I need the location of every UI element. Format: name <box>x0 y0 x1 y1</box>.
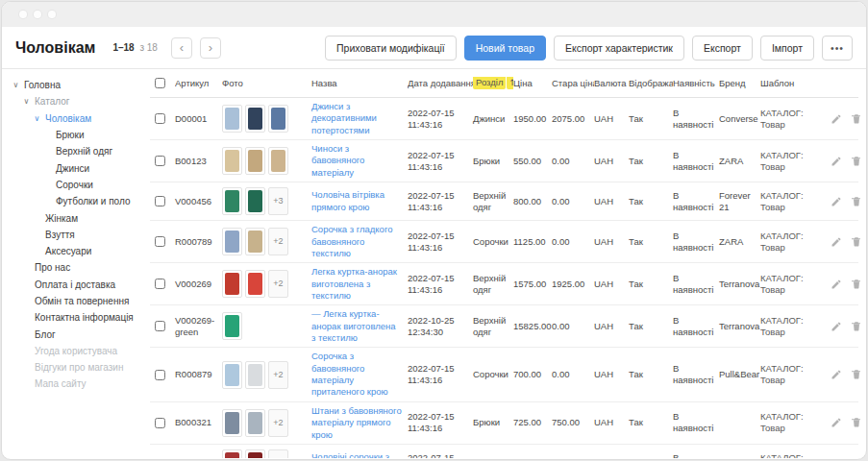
column-header-currency[interactable]: Валюта <box>594 78 629 89</box>
product-date-added: 2022-07-15 11:43:16 <box>408 150 473 173</box>
sidebar-item-оплата-і-доставка[interactable]: ∨ Оплата і доставка <box>12 277 146 293</box>
more-photos-badge[interactable]: +2 <box>268 409 288 437</box>
more-actions-button[interactable]: ••• <box>822 36 853 61</box>
column-header-display[interactable]: Відображати <box>629 78 673 89</box>
more-photos-badge[interactable]: +2 <box>268 228 288 255</box>
column-header-section[interactable]: Розділ⇅ <box>473 77 513 88</box>
column-header-brand[interactable]: Бренд <box>719 78 760 89</box>
sidebar-item-взуття[interactable]: ∨ Взуття <box>12 227 146 243</box>
edit-icon[interactable] <box>831 236 842 248</box>
row-checkbox[interactable] <box>155 279 165 289</box>
sidebar-item-верхній-одяг[interactable]: ∨ Верхній одяг <box>12 143 146 159</box>
table-row: D00001 Джинси з декоративними потертостя… <box>150 98 858 140</box>
select-all-checkbox[interactable] <box>155 78 165 88</box>
delete-icon[interactable] <box>851 236 862 248</box>
sidebar-item-сорочки[interactable]: ∨ Сорочки <box>12 177 146 193</box>
edit-icon[interactable] <box>831 458 842 459</box>
product-availability: В наявності <box>673 273 719 296</box>
product-name-link[interactable]: Джинси з декоративними потертостями <box>311 101 402 136</box>
product-name-link[interactable]: — Легка куртка-анорак виготовлена з текс… <box>311 308 402 344</box>
table-body: D00001 Джинси з декоративними потертостя… <box>150 98 858 458</box>
more-photos-badge[interactable]: +3 <box>268 187 288 215</box>
row-checkbox[interactable] <box>155 196 165 206</box>
product-name-link[interactable]: Чоловіча вітрівка прямого крою <box>311 189 402 213</box>
next-page-button[interactable]: › <box>200 37 221 59</box>
sidebar-item-контактна-інформація[interactable]: ∨ Контактна інформація <box>12 309 146 326</box>
delete-icon[interactable] <box>851 369 862 380</box>
edit-icon[interactable] <box>831 156 842 167</box>
sidebar-item-каталог[interactable]: ∨ Каталог <box>12 93 146 109</box>
delete-icon[interactable] <box>851 279 862 290</box>
sidebar-item-жінкам[interactable]: ∨ Жінкам <box>12 209 146 226</box>
sidebar-item-label: Верхній одяг <box>56 146 112 157</box>
column-header-price[interactable]: Ціна <box>513 78 552 89</box>
window-minimize-button[interactable] <box>34 11 41 18</box>
row-checkbox[interactable] <box>155 236 165 247</box>
sidebar-item-мапа-сайту[interactable]: ∨ Мапа сайту <box>12 376 146 392</box>
row-checkbox[interactable] <box>155 370 165 380</box>
column-header-template[interactable]: Шаблон <box>760 78 831 89</box>
delete-icon[interactable] <box>851 156 862 167</box>
delete-icon[interactable] <box>851 113 862 125</box>
product-name-link[interactable]: Чиноси з бавовняного матеріалу <box>311 143 402 179</box>
product-name-link[interactable]: Легка куртка-анорак виготовлена з тексти… <box>311 266 402 302</box>
column-header-availability[interactable]: Наявність <box>673 78 719 89</box>
sidebar-item-відгуки-про-магазин[interactable]: ∨ Відгуки про магазин <box>12 359 146 376</box>
export-button[interactable]: Експорт <box>692 36 753 61</box>
prev-page-button[interactable]: ‹ <box>171 37 192 59</box>
row-checkbox[interactable] <box>155 113 165 124</box>
sidebar-item-аксесуари[interactable]: ∨ Аксесуари <box>12 243 146 259</box>
column-header-name[interactable]: Назва <box>311 78 408 89</box>
row-actions <box>831 113 866 125</box>
product-old-price: 0.00 <box>552 369 594 380</box>
pagination-total: з 18 <box>139 42 158 53</box>
edit-icon[interactable] <box>831 417 842 428</box>
window-close-button[interactable] <box>19 11 27 18</box>
new-product-button[interactable]: Новий товар <box>464 36 546 61</box>
product-brand: Forever 21 <box>719 190 760 213</box>
hide-modifications-button[interactable]: Приховати модифікації <box>325 36 457 61</box>
sidebar-item-головна[interactable]: ∨ Головна <box>12 77 146 93</box>
edit-icon[interactable] <box>831 196 842 207</box>
window-zoom-button[interactable] <box>48 11 56 18</box>
product-sku: B000321 <box>175 417 222 428</box>
delete-icon[interactable] <box>851 458 862 459</box>
row-checkbox[interactable] <box>155 156 165 166</box>
row-checkbox[interactable] <box>155 321 165 331</box>
sidebar-item-обмін-та-повернення[interactable]: ∨ Обмін та повернення <box>12 293 146 309</box>
more-photos-badge[interactable]: +2 <box>268 361 288 389</box>
delete-icon[interactable] <box>851 196 862 207</box>
edit-icon[interactable] <box>831 113 842 125</box>
product-price: 15825.00 <box>513 321 552 332</box>
column-header-date-added[interactable]: Дата додавання <box>408 78 473 89</box>
more-photos-badge[interactable]: +2 <box>268 449 288 458</box>
sidebar-item-чоловікам[interactable]: ∨ Чоловікам <box>12 110 146 127</box>
import-button[interactable]: Імпорт <box>760 36 814 61</box>
column-header-old-price[interactable]: Стара ціна <box>552 78 594 89</box>
delete-icon[interactable] <box>851 417 862 428</box>
edit-icon[interactable] <box>831 279 842 290</box>
sidebar-item-про-нас[interactable]: ∨ Про нас <box>12 259 146 276</box>
table-row: B000321 +2 Штани з бавовняного матеріалу… <box>150 402 858 445</box>
sidebar-item-футболки-и-поло[interactable]: ∨ Футболки и поло <box>12 193 146 209</box>
delete-icon[interactable] <box>851 321 862 332</box>
sidebar-item-брюки[interactable]: ∨ Брюки <box>12 127 146 143</box>
product-photos-cell: +2 <box>222 228 311 255</box>
sidebar-item-блог[interactable]: ∨ Блог <box>12 326 146 342</box>
edit-icon[interactable] <box>831 369 842 380</box>
sidebar: ∨ Головна ∨ Каталог ∨ Чоловікам ∨ Брюки … <box>2 69 146 458</box>
sidebar-item-угода-користувача[interactable]: ∨ Угода користувача <box>12 343 146 359</box>
product-name-link[interactable]: Сорочка з бавовняного матеріалу притален… <box>311 351 402 398</box>
edit-icon[interactable] <box>831 321 842 332</box>
row-checkbox[interactable] <box>155 418 165 428</box>
export-characteristics-button[interactable]: Експорт характеристик <box>554 36 684 61</box>
column-header-sku[interactable]: Артикул <box>175 78 222 89</box>
product-name-link[interactable]: Чоловічі сорочки з легкого текстилю <box>311 451 402 458</box>
more-photos-badge[interactable]: +2 <box>268 270 288 298</box>
product-display: Так <box>629 369 673 380</box>
product-photos: +3 <box>222 187 306 215</box>
product-date-added: 2022-07-15 11:43:16 <box>408 411 473 434</box>
product-name-link[interactable]: Сорочка з гладкого бавовняного текстилю <box>311 224 402 259</box>
sidebar-item-джинси[interactable]: ∨ Джинси <box>12 159 146 176</box>
product-name-link[interactable]: Штани з бавовняного матеріалу прямого кр… <box>311 405 402 441</box>
